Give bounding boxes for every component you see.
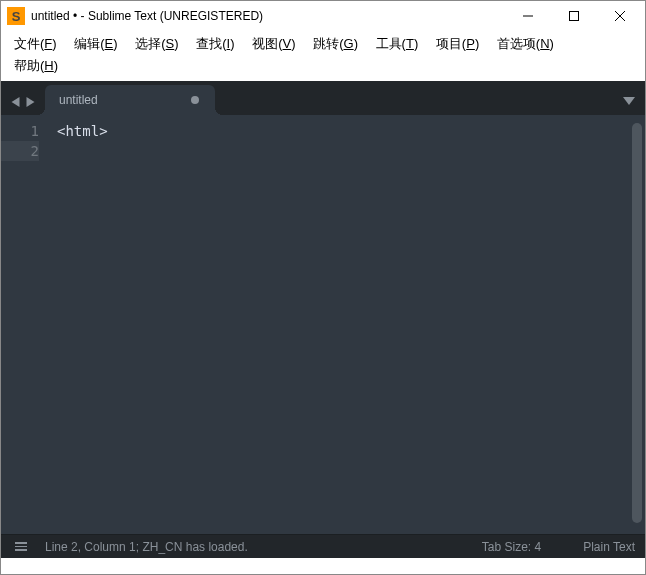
line-number: 2 [1, 141, 39, 161]
tab-dropdown-icon[interactable] [623, 91, 635, 109]
code-area[interactable]: 1 2 <html> [1, 115, 645, 534]
code-line [57, 141, 645, 161]
menu-bar: 文件(F) 编辑(E) 选择(S) 查找(I) 视图(V) 跳转(G) 工具(T… [1, 31, 645, 81]
svg-marker-6 [623, 97, 635, 105]
app-icon: S [7, 7, 25, 25]
menu-select[interactable]: 选择(S) [128, 33, 185, 55]
tab-nav-next-icon[interactable] [26, 97, 35, 107]
line-number-gutter: 1 2 [1, 115, 49, 534]
status-tab-size[interactable]: Tab Size: 4 [482, 540, 541, 554]
code-content[interactable]: <html> [49, 115, 645, 534]
line-number: 1 [1, 121, 39, 141]
menu-find[interactable]: 查找(I) [189, 33, 241, 55]
file-tab-label: untitled [59, 93, 173, 107]
maximize-button[interactable] [551, 1, 597, 31]
close-button[interactable] [597, 1, 643, 31]
panel-switcher-icon[interactable] [15, 542, 27, 551]
vertical-scrollbar[interactable] [632, 123, 642, 523]
tab-nav-arrows [7, 97, 39, 115]
status-position[interactable]: Line 2, Column 1; ZH_CN has loaded. [45, 540, 440, 554]
window-controls [505, 1, 643, 31]
menu-edit[interactable]: 编辑(E) [67, 33, 124, 55]
window-titlebar: S untitled • - Sublime Text (UNREGISTERE… [1, 1, 645, 31]
file-tab[interactable]: untitled [45, 85, 215, 115]
svg-rect-1 [570, 12, 579, 21]
svg-marker-5 [27, 97, 35, 107]
menu-goto[interactable]: 跳转(G) [306, 33, 365, 55]
menu-project[interactable]: 项目(P) [429, 33, 486, 55]
menu-tools[interactable]: 工具(T) [369, 33, 426, 55]
svg-marker-4 [12, 97, 20, 107]
dirty-indicator-icon [191, 96, 199, 104]
status-bar: Line 2, Column 1; ZH_CN has loaded. Tab … [1, 535, 645, 558]
menu-file[interactable]: 文件(F) [7, 33, 64, 55]
code-line: <html> [57, 121, 645, 141]
minimize-button[interactable] [505, 1, 551, 31]
editor-area: untitled 1 2 <html> Line 2, Column 1; ZH… [1, 81, 645, 558]
status-syntax[interactable]: Plain Text [583, 540, 635, 554]
menu-view[interactable]: 视图(V) [245, 33, 302, 55]
menu-help[interactable]: 帮助(H) [7, 55, 65, 77]
menu-prefs[interactable]: 首选项(N) [490, 33, 561, 55]
tab-bar: untitled [1, 81, 645, 115]
window-title: untitled • - Sublime Text (UNREGISTERED) [31, 9, 505, 23]
tab-nav-prev-icon[interactable] [11, 97, 20, 107]
